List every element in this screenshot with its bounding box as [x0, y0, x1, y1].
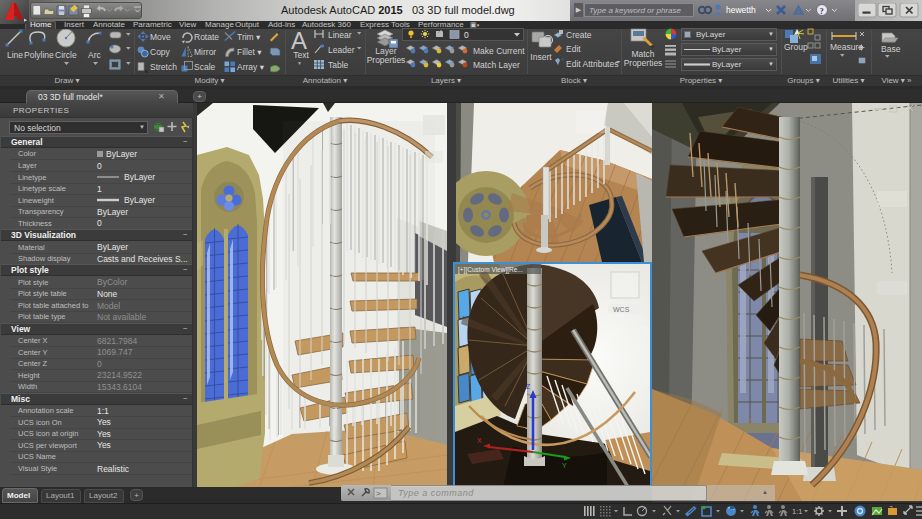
svg-text:Create: Create — [566, 30, 592, 40]
svg-text:Edit: Edit — [566, 44, 581, 54]
svg-text:?: ? — [820, 6, 824, 16]
svg-text:Copy: Copy — [150, 47, 171, 57]
svg-text:Stretch: Stretch — [150, 62, 177, 72]
svg-text:1:1: 1:1 — [792, 507, 802, 516]
svg-text:Move: Move — [150, 32, 171, 42]
svg-text:0: 0 — [464, 30, 469, 40]
svg-text:Table: Table — [328, 60, 349, 70]
svg-text:Scale: Scale — [194, 62, 216, 72]
svg-text:Measure: Measure — [830, 42, 863, 52]
svg-text:>: > — [376, 489, 381, 498]
svg-text:X: X — [477, 437, 482, 444]
svg-text:hewetth: hewetth — [726, 5, 756, 15]
svg-text:Rotate: Rotate — [194, 32, 219, 42]
svg-text:Circle: Circle — [55, 50, 77, 60]
svg-text:[+][Custom View][Re...: [+][Custom View][Re... — [458, 266, 523, 274]
svg-text:Array ▾: Array ▾ — [237, 62, 265, 72]
svg-text:Polyline: Polyline — [24, 50, 54, 60]
svg-text:Mirror: Mirror — [194, 47, 216, 57]
svg-text:Edit Attributes: Edit Attributes — [566, 59, 618, 69]
svg-text:WCS: WCS — [613, 306, 630, 313]
svg-text:Linear: Linear — [328, 30, 352, 40]
svg-text:Base: Base — [881, 44, 901, 54]
svg-text:Z: Z — [526, 383, 531, 390]
svg-text:Line: Line — [7, 50, 23, 60]
svg-text:Arc: Arc — [88, 50, 102, 60]
svg-text:Y: Y — [562, 462, 567, 469]
svg-text:Leader: Leader — [328, 45, 355, 55]
svg-text:Group: Group — [784, 42, 808, 52]
svg-text:Trim ▾: Trim ▾ — [237, 32, 261, 42]
svg-text:Fillet ▾: Fillet ▾ — [237, 47, 262, 57]
